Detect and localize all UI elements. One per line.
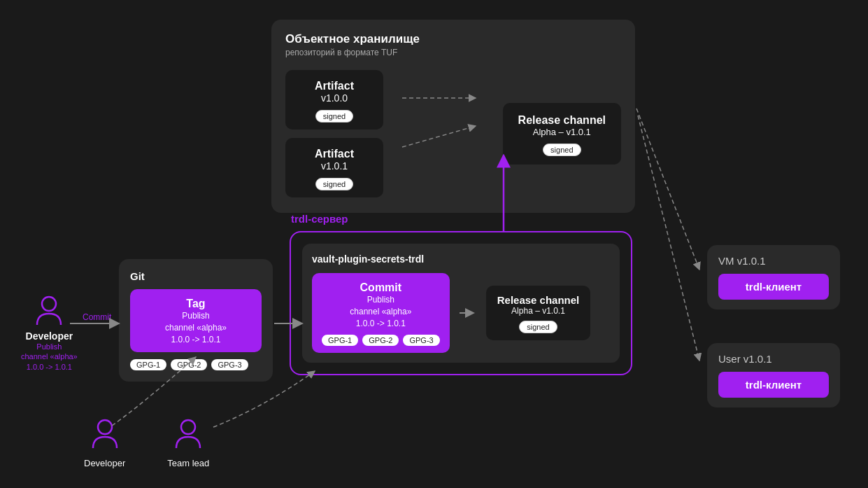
git-title: Git <box>130 270 262 282</box>
tag-sub: Publish channel «alpha» 1.0.0 -> 1.0.1 <box>140 310 252 345</box>
os-rc-badge: signed <box>543 144 581 156</box>
trdl-gpg-2: GPG-2 <box>362 335 399 346</box>
commit-label: Commit <box>83 312 111 322</box>
artifact-box-1: Artifact v1.0.0 signed <box>285 70 383 130</box>
trdl-inner-box: vault-plugin-secrets-trdl Commit Publish… <box>302 244 620 363</box>
os-rc-sub: Alpha – v1.0.1 <box>518 127 606 137</box>
trdl-gpg-1: GPG-1 <box>322 335 358 346</box>
artifact2-badge: signed <box>315 178 353 190</box>
svg-point-4 <box>181 420 195 434</box>
svg-line-14 <box>638 116 699 361</box>
commit-title: Commit <box>322 281 440 294</box>
trdl-rc-badge: signed <box>519 321 557 333</box>
commit-box: Commit Publish channel «alpha» 1.0.0 -> … <box>312 273 450 353</box>
trdl-server-label: trdl-сервер <box>291 213 348 225</box>
git-gpg-3: GPG-3 <box>211 359 248 370</box>
trdl-rc-box: Release channel Alpha – v1.0.1 signed <box>486 286 591 340</box>
svg-line-13 <box>636 109 699 270</box>
arrow-commit-rc <box>458 305 478 321</box>
diagram-container: Объектное хранилище репозиторий в формат… <box>0 0 868 488</box>
svg-point-3 <box>98 420 112 434</box>
object-storage-subtitle: репозиторий в формате TUF <box>285 48 621 57</box>
artifact2-version: v1.0.1 <box>301 160 368 172</box>
object-storage-box: Объектное хранилище репозиторий в формат… <box>271 20 635 213</box>
vm-bottom-label: User v1.0.1 <box>718 353 829 365</box>
git-gpg-1: GPG-1 <box>130 359 166 370</box>
git-gpg-badges: GPG-1 GPG-2 GPG-3 <box>130 359 262 370</box>
trdl-gpg-3: GPG-3 <box>403 335 439 346</box>
vm-top-label: VM v1.0.1 <box>718 255 829 267</box>
artifact1-title: Artifact <box>301 80 368 92</box>
vm-top-box: VM v1.0.1 trdl-клиент <box>707 245 840 309</box>
bottom-teamlead-icon <box>173 417 203 451</box>
commit-sub: Publish channel «alpha» 1.0.0 -> 1.0.1 <box>322 294 440 329</box>
trdl-gpg-badges: GPG-1 GPG-2 GPG-3 <box>322 335 440 346</box>
developer-left-action: Publish channel «alpha» 1.0.0 -> 1.0.1 <box>21 342 78 372</box>
bottom-developer: Developer <box>84 417 125 468</box>
os-release-channel-box: Release channel Alpha – v1.0.1 signed <box>503 103 621 165</box>
trdl-inner-title: vault-plugin-secrets-trdl <box>312 253 610 265</box>
developer-left: Developer Publish channel «alpha» 1.0.0 … <box>21 294 78 372</box>
vm-bottom-client: trdl-клиент <box>718 372 829 398</box>
bottom-teamlead: Team lead <box>167 417 209 468</box>
vm-top-client: trdl-клиент <box>718 274 829 300</box>
developer-left-icon <box>34 294 64 328</box>
bottom-developer-label: Developer <box>84 458 125 468</box>
bottom-teamlead-label: Team lead <box>167 458 209 468</box>
trdl-server-container: trdl-сервер vault-plugin-secrets-trdl Co… <box>290 231 632 375</box>
trdl-rc-sub: Alpha – v1.0.1 <box>497 306 580 316</box>
object-storage-title: Объектное хранилище <box>285 32 621 46</box>
trdl-rc-title: Release channel <box>497 294 580 306</box>
artifact1-badge: signed <box>315 110 353 123</box>
svg-point-2 <box>42 297 56 311</box>
git-box: Git Tag Publish channel «alpha» 1.0.0 ->… <box>119 259 273 382</box>
artifact-box-2: Artifact v1.0.1 signed <box>285 138 383 197</box>
bottom-persons: Developer Team lead <box>84 417 209 468</box>
developer-left-name: Developer <box>21 330 78 342</box>
os-rc-title: Release channel <box>518 114 606 127</box>
artifact2-title: Artifact <box>301 148 368 160</box>
git-gpg-2: GPG-2 <box>171 359 207 370</box>
bottom-developer-icon <box>90 417 120 451</box>
vm-bottom-box: User v1.0.1 trdl-клиент <box>707 343 840 407</box>
artifact1-version: v1.0.0 <box>301 92 368 104</box>
tag-box: Tag Publish channel «alpha» 1.0.0 -> 1.0… <box>130 289 262 352</box>
tag-title: Tag <box>140 298 252 310</box>
